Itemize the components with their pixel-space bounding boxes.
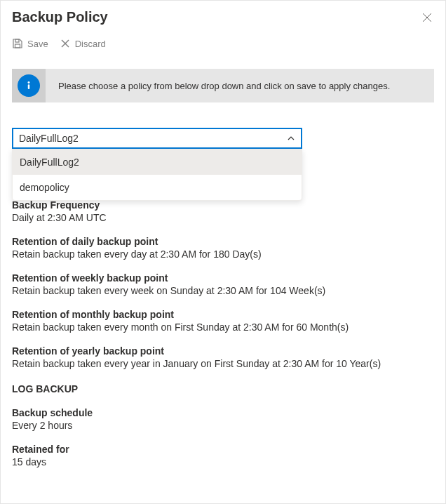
weekly-retention-heading: Retention of weekly backup point: [12, 272, 434, 284]
info-message: Please choose a policy from below drop d…: [46, 81, 403, 91]
log-backup-heading: LOG BACKUP: [12, 383, 434, 394]
yearly-retention-heading: Retention of yearly backup point: [12, 345, 434, 357]
info-icon-wrap: [12, 69, 46, 102]
retained-for-value: 15 days: [12, 456, 434, 467]
svg-point-6: [28, 81, 30, 84]
close-button[interactable]: [420, 11, 434, 25]
save-button[interactable]: Save: [12, 38, 48, 49]
daily-retention-value: Retain backup taken every day at 2:30 AM…: [12, 248, 434, 260]
dropdown-list: DailyFullLog2 demopolicy: [12, 149, 302, 201]
backup-frequency-value: Daily at 2:30 AM UTC: [12, 212, 434, 223]
dropdown-option[interactable]: DailyFullLog2: [13, 150, 302, 175]
svg-rect-3: [15, 44, 20, 48]
discard-button[interactable]: Discard: [60, 38, 106, 49]
chevron-up-icon: [287, 134, 295, 142]
save-label: Save: [27, 39, 48, 49]
toolbar: Save Discard: [1, 31, 445, 59]
info-bar: Please choose a policy from below drop d…: [12, 69, 434, 102]
svg-rect-2: [15, 39, 19, 42]
page-title: Backup Policy: [12, 9, 108, 25]
backup-schedule-value: Every 2 hours: [12, 420, 434, 431]
svg-rect-7: [28, 84, 29, 89]
content-area: Please choose a policy from below drop d…: [1, 69, 445, 467]
weekly-retention-value: Retain backup taken every week on Sunday…: [12, 285, 434, 296]
backup-frequency-heading: Backup Frequency: [12, 199, 434, 211]
discard-label: Discard: [75, 39, 106, 49]
panel-header: Backup Policy: [1, 1, 445, 31]
monthly-retention-heading: Retention of monthly backup point: [12, 309, 434, 320]
retained-for-heading: Retained for: [12, 444, 434, 455]
monthly-retention-value: Retain backup taken every month on First…: [12, 321, 434, 333]
dropdown-field[interactable]: DailyFullLog2: [12, 128, 302, 149]
info-icon: [18, 74, 40, 97]
discard-icon: [60, 38, 71, 49]
dropdown-selected-value: DailyFullLog2: [19, 133, 79, 144]
save-icon: [12, 38, 23, 49]
close-icon: [420, 11, 434, 25]
yearly-retention-value: Retain backup taken every year in Januar…: [12, 358, 434, 369]
dropdown-option[interactable]: demopolicy: [13, 175, 302, 200]
policy-details: Backup Frequency Daily at 2:30 AM UTC Re…: [12, 199, 434, 467]
policy-dropdown[interactable]: DailyFullLog2 DailyFullLog2 demopolicy: [12, 128, 302, 149]
backup-schedule-heading: Backup schedule: [12, 407, 434, 418]
daily-retention-heading: Retention of daily backup point: [12, 236, 434, 247]
